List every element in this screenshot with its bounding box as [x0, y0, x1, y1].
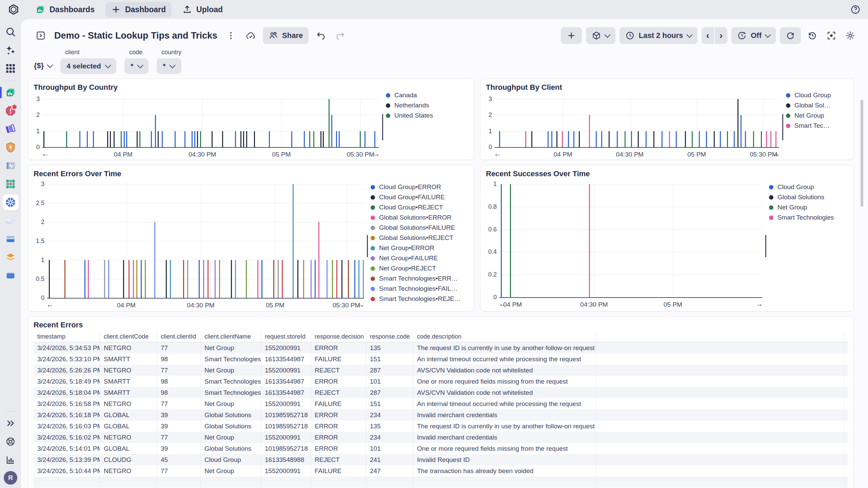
search-icon[interactable]: [2, 24, 19, 40]
pan-right-icon[interactable]: →: [773, 150, 780, 158]
security-app-icon[interactable]: [2, 139, 19, 156]
help-button[interactable]: [850, 4, 861, 15]
sync-status-button[interactable]: [243, 28, 258, 43]
recent-errors-table[interactable]: timestampclient.clientCodeclient.clientI…: [34, 331, 848, 488]
dataset-selector-button[interactable]: [586, 27, 615, 44]
pan-left-icon[interactable]: ←: [42, 150, 49, 158]
auto-refresh-button[interactable]: Off: [731, 27, 776, 44]
chart-recent-successes-over-time[interactable]: 00.20.40.60.81←04 PM04:30 PM05 PM→Cloud …: [485, 184, 849, 309]
table-row[interactable]: 3/24/2026, 5:16:58 PMNETGRO77Net Group15…: [34, 398, 848, 409]
chart-throughput-by-country[interactable]: 0123←04 PM04:30 PM05 PM05:30 PM→CanadaNe…: [32, 99, 469, 159]
legend-item[interactable]: Net Group•FAILURE: [371, 255, 469, 262]
add-panel-button[interactable]: [561, 27, 582, 44]
table-row[interactable]: 3/24/2026, 5:14:01 PMGLOBAL39Global Solu…: [34, 443, 848, 454]
legend-item[interactable]: Net Group•ERROR: [371, 244, 469, 252]
pan-left-icon[interactable]: ←: [46, 301, 54, 309]
monitors-app-icon[interactable]: [2, 103, 19, 119]
apl-app-icon[interactable]: [2, 158, 19, 174]
pan-left-icon[interactable]: ←: [494, 150, 501, 158]
time-range-button[interactable]: Last 2 hours: [619, 27, 697, 44]
legend-item[interactable]: Netherlands: [386, 102, 469, 109]
time-forward-button[interactable]: ›: [715, 27, 727, 44]
column-header[interactable]: response.decision: [311, 331, 366, 342]
table-row[interactable]: 3/24/2026, 5:18:49 PMSMARTT98Smart Techn…: [34, 376, 848, 387]
fullscreen-button[interactable]: [824, 28, 839, 43]
history-button[interactable]: [805, 28, 820, 43]
legend-item[interactable]: Cloud Group: [769, 183, 849, 191]
table-row[interactable]: 3/24/2026, 5:34:53 PMNETGRO77Net Group15…: [34, 342, 848, 353]
share-button[interactable]: Share: [263, 27, 309, 44]
column-header[interactable]: client.clientCode: [100, 331, 157, 342]
table-row[interactable]: 3/24/2026, 5:16:03 PMGLOBAL39Global Solu…: [34, 421, 848, 432]
legend-item[interactable]: Smart Tec…: [786, 122, 849, 129]
legend-item[interactable]: Net Group: [769, 204, 849, 211]
filter-country-select[interactable]: *: [157, 58, 181, 74]
refresh-button[interactable]: [780, 27, 801, 44]
undo-button[interactable]: [313, 28, 328, 43]
dashboard-menu-button[interactable]: [223, 28, 238, 43]
user-avatar[interactable]: R: [4, 471, 17, 485]
page-scrollbar[interactable]: [861, 100, 863, 207]
plot-area[interactable]: [495, 99, 779, 148]
table-row[interactable]: 3/24/2026, 5:18:04 PMSMARTT98Smart Techn…: [34, 387, 848, 398]
redo-button[interactable]: [333, 28, 348, 43]
column-header[interactable]: request.storeId: [261, 331, 311, 342]
legend-item[interactable]: Net Group•REJECT: [371, 265, 469, 272]
legend-item[interactable]: Smart Technologies•REJE…: [371, 295, 469, 303]
column-header[interactable]: client.clientName: [201, 331, 261, 342]
plot-area[interactable]: [42, 99, 379, 148]
bucket-app-icon[interactable]: [2, 267, 19, 284]
column-header[interactable]: code.description: [413, 331, 596, 342]
column-header[interactable]: [844, 331, 850, 342]
kubernetes-app-icon[interactable]: [2, 194, 19, 210]
plot-area[interactable]: [47, 184, 364, 299]
expand-sidebar-icon[interactable]: [2, 415, 19, 431]
filter-client-select[interactable]: 4 selected: [60, 58, 116, 74]
tab-new-dashboard[interactable]: Dashboard: [105, 2, 171, 17]
legend-item[interactable]: Cloud Group•FAILURE: [371, 194, 469, 201]
table-row[interactable]: 3/24/2026, 5:26:26 PMNETGRO77Net Group15…: [34, 365, 848, 376]
tab-upload[interactable]: Upload: [177, 2, 228, 17]
legend-item[interactable]: Cloud Group•ERROR: [371, 183, 469, 191]
layers-app-icon[interactable]: [2, 249, 19, 265]
app-logo-icon[interactable]: [7, 3, 20, 16]
pan-right-icon[interactable]: →: [373, 150, 380, 158]
time-back-button[interactable]: ‹: [702, 27, 714, 44]
legend-item[interactable]: Global Solutions: [769, 194, 849, 201]
table-row[interactable]: 3/24/2026, 5:16:18 PMGLOBAL39Global Solu…: [34, 409, 848, 421]
table-row[interactable]: [34, 476, 848, 488]
table-row[interactable]: 3/24/2026, 5:13:39 PMCLOUDG45Cloud Group…: [34, 454, 848, 465]
table-row[interactable]: 3/24/2026, 5:16:02 PMNETGRO77Net Group15…: [34, 432, 848, 443]
legend-item[interactable]: Smart Technologies: [769, 214, 849, 221]
legend-item[interactable]: Cloud Group•REJECT: [371, 204, 469, 211]
variables-button[interactable]: {$}: [34, 61, 52, 70]
cloud-app-icon[interactable]: [2, 212, 19, 229]
legend-item[interactable]: Canada: [386, 92, 469, 99]
column-header[interactable]: timestamp: [34, 331, 100, 342]
traces-app-icon[interactable]: [2, 121, 19, 137]
ai-sparkles-icon[interactable]: [2, 42, 19, 58]
settings-button[interactable]: [843, 28, 858, 43]
help-icon[interactable]: [2, 433, 19, 450]
column-header[interactable]: [596, 331, 844, 342]
filter-code-select[interactable]: *: [124, 58, 149, 74]
chart-throughput-by-client[interactable]: 0123←04 PM04:30 PM05 PM05:30 PM→Cloud Gr…: [485, 99, 849, 159]
pan-right-icon[interactable]: →: [357, 301, 364, 309]
plot-area[interactable]: [499, 184, 762, 298]
collapse-panel-button[interactable]: [33, 28, 48, 43]
table-row[interactable]: 3/24/2026, 5:33:10 PMSMARTT98Smart Techn…: [34, 353, 848, 365]
dashboards-app-icon[interactable]: [2, 84, 19, 101]
datasets-app-icon[interactable]: [2, 176, 19, 192]
legend-item[interactable]: Global Solutions•REJECT: [371, 234, 469, 242]
legend-item[interactable]: Smart Technologies•FAIL…: [371, 285, 469, 292]
pan-right-icon[interactable]: →: [756, 300, 763, 308]
legend-item[interactable]: Smart Technologies•ERR…: [371, 275, 469, 282]
chart-recent-errors-over-time[interactable]: 00.511.522.53←04 PM04:30 PM05 PM05:30 PM…: [32, 184, 469, 310]
storage-app-icon[interactable]: [2, 231, 19, 247]
table-row[interactable]: 3/24/2026, 5:10:44 PMNETGRO77Net Group15…: [34, 465, 848, 476]
legend-item[interactable]: Global Sol…: [786, 102, 849, 109]
apps-grid-icon[interactable]: [2, 60, 19, 77]
legend-item[interactable]: Cloud Group: [786, 92, 849, 99]
legend-item[interactable]: Net Group: [786, 112, 849, 119]
tab-dashboards[interactable]: Dashboards: [30, 2, 100, 17]
